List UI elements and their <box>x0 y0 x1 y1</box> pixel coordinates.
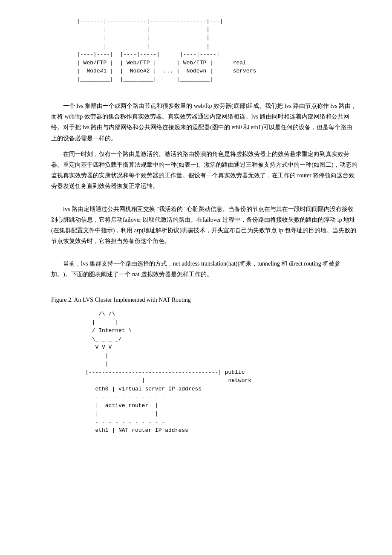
paragraph-1: 一个 lvs 集群由一个或两个路由节点和很多数量的 web/ftp 效劳器(底部… <box>51 101 358 144</box>
nat-diagram: _/\_/\ | | / Internet \ \_ _ _ _/ V V V … <box>85 310 358 435</box>
paragraph-4: 当前，lvs 集群支持一个路由选择的方式，net address transla… <box>51 258 358 280</box>
figure-caption: Figure 2. An LVS Cluster Implemented wit… <box>51 295 358 305</box>
ascii-top-diagram: |-------|------------|-----------------|… <box>77 17 358 84</box>
paragraph-2: 在同一时刻，仅有一个路由是激活的。激活的路由扮演的角色是将虚拟效劳器上的效劳悬求… <box>51 149 358 192</box>
paragraph-3: lvs 路由定期通过公共网机相互交换 "我活着的 "心脏跳动信息。当备份的节点在… <box>51 204 358 247</box>
